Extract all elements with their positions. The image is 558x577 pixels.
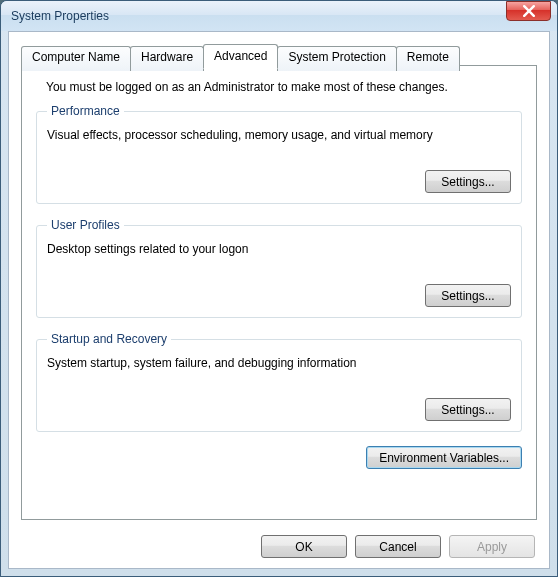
group-user-profiles-legend: User Profiles: [47, 218, 124, 232]
performance-settings-button[interactable]: Settings...: [425, 170, 511, 193]
titlebar[interactable]: System Properties: [1, 1, 557, 31]
user-profiles-settings-button[interactable]: Settings...: [425, 284, 511, 307]
client-area: Computer Name Hardware Advanced System P…: [8, 31, 550, 569]
tab-system-protection[interactable]: System Protection: [277, 46, 396, 71]
close-icon: [523, 5, 535, 17]
group-performance: Performance Visual effects, processor sc…: [36, 104, 522, 204]
group-startup-recovery: Startup and Recovery System startup, sys…: [36, 332, 522, 432]
close-button[interactable]: [506, 1, 551, 21]
tabstrip: Computer Name Hardware Advanced System P…: [21, 44, 537, 69]
cancel-button[interactable]: Cancel: [355, 535, 441, 558]
apply-button[interactable]: Apply: [449, 535, 535, 558]
tab-hardware[interactable]: Hardware: [130, 46, 204, 71]
group-user-profiles-desc: Desktop settings related to your logon: [47, 242, 511, 256]
group-performance-legend: Performance: [47, 104, 124, 118]
tab-body-advanced: You must be logged on as an Administrato…: [21, 65, 537, 520]
group-startup-recovery-desc: System startup, system failure, and debu…: [47, 356, 511, 370]
environment-variables-button[interactable]: Environment Variables...: [366, 446, 522, 469]
window-title: System Properties: [11, 9, 551, 23]
ok-button[interactable]: OK: [261, 535, 347, 558]
group-performance-desc: Visual effects, processor scheduling, me…: [47, 128, 511, 142]
dialog-footer: OK Cancel Apply: [261, 535, 535, 558]
tab-remote[interactable]: Remote: [396, 46, 460, 71]
intro-text: You must be logged on as an Administrato…: [46, 80, 522, 94]
system-properties-window: System Properties Computer Name Hardware…: [0, 0, 558, 577]
tab-advanced[interactable]: Advanced: [203, 44, 278, 69]
group-startup-recovery-legend: Startup and Recovery: [47, 332, 171, 346]
group-user-profiles: User Profiles Desktop settings related t…: [36, 218, 522, 318]
startup-recovery-settings-button[interactable]: Settings...: [425, 398, 511, 421]
tab-computer-name[interactable]: Computer Name: [21, 46, 131, 71]
